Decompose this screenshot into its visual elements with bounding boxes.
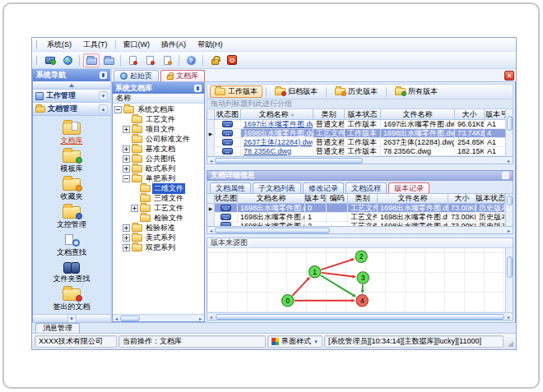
expand-icon[interactable] — [123, 244, 130, 251]
tree-node[interactable]: 工艺文件 — [113, 203, 204, 213]
column-header-sorted[interactable]: 文档名称▲ — [241, 109, 313, 119]
column-header[interactable]: 类别 — [313, 109, 345, 119]
all-versions-button[interactable]: 所有版本 — [390, 85, 443, 98]
menu-plugins[interactable]: 插件(A) — [155, 39, 192, 51]
sidebar-item-doc-search[interactable]: 文档查找 — [35, 233, 109, 260]
tree-node[interactable]: 检验文件 — [113, 213, 204, 223]
tree-node[interactable]: 公司标准文件 — [113, 134, 204, 144]
pin-icon[interactable] — [100, 71, 107, 79]
sidebar-item-checked-out-docs[interactable]: 签出的文档 — [35, 287, 109, 314]
scrollbar-thumb[interactable] — [215, 228, 330, 233]
exit-button[interactable]: O — [224, 53, 240, 67]
sidebar-collapse-strip[interactable] — [33, 81, 110, 90]
table-row[interactable]: ↔ 78 2356C.dwg 普通文档 工作版本 78 2356C.dwg 18… — [207, 147, 505, 156]
doc-name-link[interactable]: 1698出水嘴零件图.dwg — [244, 129, 313, 137]
expand-icon[interactable] — [123, 145, 130, 153]
sidebar-group-work[interactable]: 工作管理 ▾ — [33, 90, 110, 103]
expand-icon[interactable] — [123, 126, 130, 133]
collapse-icon[interactable] — [123, 175, 130, 182]
tab-doc-library[interactable]: 文档库 — [160, 70, 205, 81]
archived-version-button[interactable]: 归档版本 — [270, 85, 323, 98]
table-row-selected[interactable]: ▶ ↔ 1698出水嘴零件图.dwg 工艺文件 工作版本 1698出水嘴零件图.… — [207, 129, 505, 138]
tree-node-selected[interactable]: 二维文件 — [113, 183, 204, 193]
tree-horizontal-scrollbar[interactable]: ◂▸ — [113, 314, 204, 321]
menu-tools[interactable]: 工具(T) — [77, 39, 114, 51]
tree-node-root[interactable]: 系统文档库 — [113, 104, 204, 114]
expand-icon[interactable] — [123, 224, 130, 232]
group-by-bar[interactable]: 拖动列标题到此进行分组 — [207, 99, 513, 109]
globe-button[interactable] — [59, 53, 76, 67]
menu-system[interactable]: 系统(S) — [41, 39, 77, 51]
tree-node[interactable]: 三维文件 — [113, 193, 204, 203]
tab-doc-flow[interactable]: 文档流程 — [346, 182, 387, 193]
graph-horizontal-scrollbar[interactable]: ◂▸ — [207, 312, 513, 320]
grid-horizontal-scrollbar[interactable]: ◂▸ — [207, 227, 513, 234]
column-header[interactable]: 大小 — [455, 109, 485, 119]
column-header[interactable]: 大小 — [448, 194, 476, 203]
column-header[interactable]: 文件名称 — [378, 194, 448, 203]
expand-icon[interactable] — [123, 234, 130, 242]
page-delete-button[interactable] — [142, 53, 158, 67]
table-row[interactable]: ↔ 1698出水嘴零件图.dwg 1 工艺文件 1698出水嘴零件图.dwg 7… — [207, 213, 505, 222]
work-version-button[interactable]: 工作版本 — [210, 85, 262, 98]
sidebar-item-doc-library[interactable]: 文档库 — [35, 121, 109, 148]
table-row[interactable]: ↔ 2637主体(12284).dwg 普通文档 工作版本 2637主体(122… — [207, 138, 505, 147]
column-header[interactable]: 状态图 — [215, 194, 238, 203]
expand-icon[interactable] — [123, 155, 130, 163]
menu-help[interactable]: 帮助(H) — [192, 39, 229, 51]
tab-doc-properties[interactable]: 文档属性 — [210, 182, 251, 193]
resize-grip[interactable] — [505, 336, 513, 348]
table-row[interactable]: ↔ 1698出水嘴零件图.dwg 2 工艺文件 1698出水嘴零件图.dwg 7… — [207, 222, 505, 226]
column-header[interactable]: 编码 — [327, 194, 348, 203]
tab-modify-record[interactable]: 修改记录 — [303, 182, 344, 193]
tree-node[interactable]: 欧式系列 — [113, 164, 204, 173]
tree-node[interactable]: 项目文件 — [113, 124, 204, 134]
pin-icon[interactable] — [194, 85, 202, 92]
tree-node[interactable]: 检验标准 — [113, 223, 204, 233]
column-header[interactable]: 文档名称 — [238, 194, 305, 203]
graph-vertical-scrollbar[interactable] — [505, 248, 513, 312]
folder-view-button[interactable] — [100, 53, 117, 67]
scrollbar-thumb[interactable] — [216, 314, 504, 320]
table-row[interactable]: ↔ 1697出水嘴零件图.dwg 普通文档 工作版本 1697出水嘴零件图.dw… — [207, 120, 505, 129]
sidebar-group-document[interactable]: 文档管理 ▴ — [33, 103, 110, 116]
scrollbar-thumb[interactable] — [215, 158, 363, 164]
menu-window[interactable]: 窗口(W) — [118, 39, 156, 51]
column-header[interactable]: 文件名称 — [381, 109, 455, 119]
monitor-button[interactable] — [42, 53, 58, 67]
scrollbar-thumb[interactable] — [120, 316, 140, 321]
tab-subdoc-list[interactable]: 子文档列表 — [253, 182, 301, 193]
grid-vertical-scrollbar[interactable] — [505, 194, 513, 226]
page-receive-button[interactable] — [159, 53, 175, 67]
grid-horizontal-scrollbar[interactable]: ◂▸ — [207, 157, 513, 164]
tab-start-page[interactable]: 起始页 — [114, 70, 159, 81]
sidebar-item-template-library[interactable]: 模板库 — [35, 149, 109, 176]
close-icon[interactable]: ✕ — [504, 71, 514, 81]
scrollbar-thumb[interactable] — [507, 196, 513, 205]
doc-name-link[interactable]: 78 2356C.dwg — [244, 147, 291, 155]
scrollbar-thumb[interactable] — [507, 256, 513, 278]
grid-vertical-scrollbar[interactable] — [505, 109, 513, 156]
collapse-button[interactable] — [502, 172, 509, 179]
tree-node[interactable]: 单把系列 — [113, 173, 204, 183]
tree-node[interactable]: 公共图纸 — [113, 154, 204, 164]
ui-style-dropdown[interactable]: 界面样式 ▼ — [267, 335, 323, 348]
sidebar-item-folder-search[interactable]: 文件夹查找 — [35, 261, 109, 286]
doc-name-link[interactable]: 2637主体(12284).dwg — [244, 138, 313, 146]
tab-version-record[interactable]: 版本记录 — [388, 182, 429, 193]
column-header[interactable]: 版本号 — [305, 194, 327, 203]
table-row-selected[interactable]: ▶ ↔ 1698出水嘴零件图.dwg 0 工艺文件 1698出水嘴零件图.dwg… — [207, 204, 505, 213]
expand-icon[interactable] — [131, 205, 138, 212]
sidebar-item-favorites[interactable]: 收藏夹 — [35, 177, 109, 204]
expand-icon[interactable] — [123, 165, 130, 173]
doc-name-link[interactable]: 1697出水嘴零件图.dwg — [244, 120, 313, 128]
column-header[interactable]: 版本状态 — [476, 194, 505, 203]
version-graph-canvas[interactable]: 01234 — [207, 248, 505, 312]
tree-node[interactable]: 工艺文件 — [113, 114, 204, 124]
column-header[interactable]: 版本号 — [485, 109, 505, 119]
sidebar-collapse-strip[interactable]: ▾ — [33, 314, 110, 322]
tab-message-management[interactable]: 消息管理 — [35, 323, 80, 333]
sidebar-item-doc-control[interactable]: 文控管理 — [35, 205, 109, 232]
page-send-button[interactable] — [124, 53, 141, 67]
history-version-button[interactable]: 历史版本 — [330, 85, 383, 98]
